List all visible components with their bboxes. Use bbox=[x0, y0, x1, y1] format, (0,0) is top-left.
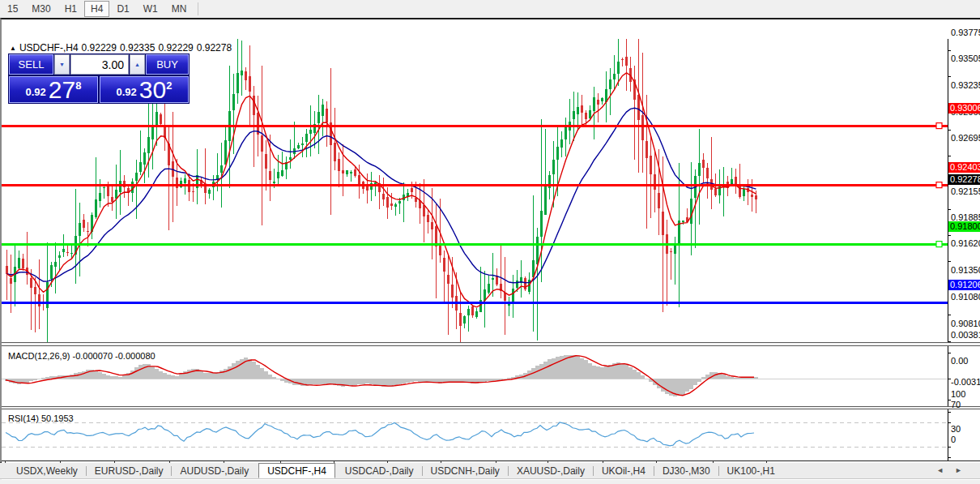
macd-label: MACD(12,26,9) -0.000070 -0.000080 bbox=[8, 351, 156, 361]
axis-tick-label: 0.93235 bbox=[951, 80, 980, 91]
chart-tab-uk100h1[interactable]: UK100-,H1 bbox=[719, 463, 783, 478]
rsi-label: RSI(14) 50.1953 bbox=[8, 413, 74, 423]
hline-price-label: 0.93006 bbox=[948, 103, 980, 114]
buy-button[interactable]: BUY bbox=[146, 54, 189, 75]
chart-tab-audusddaily[interactable]: AUDUSD-,Daily bbox=[172, 463, 257, 478]
axis-tick-label: 0.00 bbox=[951, 356, 980, 366]
tab-scroll-right-icon[interactable]: ► bbox=[955, 466, 974, 474]
buy-price-big: 30 bbox=[139, 79, 166, 102]
volume-input[interactable] bbox=[70, 54, 129, 75]
buy-price-display[interactable]: 0.92 30 2 bbox=[100, 76, 189, 103]
chart-window: ▲USDCHF-,H40.922290.923350.922290.92278 … bbox=[0, 18, 980, 463]
one-click-trading-panel: SELL ▼ ▲ BUY 0.92 27 8 0.92 30 bbox=[8, 54, 190, 104]
sell-button[interactable]: SELL bbox=[9, 54, 53, 75]
ohlc-low: 0.92229 bbox=[158, 42, 193, 54]
ohlc-open: 0.92229 bbox=[82, 42, 117, 54]
axis-tick-label: 0.93775 bbox=[951, 28, 980, 38]
buy-price-pip: 2 bbox=[166, 79, 172, 92]
chart-tab-dj30m30[interactable]: DJ30-,M30 bbox=[654, 463, 718, 478]
hline-price-label: 0.91800 bbox=[948, 221, 980, 232]
toolbar-separator bbox=[198, 2, 198, 15]
chart-tab-bar: USDX,WeeklyEURUSD-,DailyAUDUSD-,DailyUSD… bbox=[0, 463, 980, 479]
timeframe-button-d1[interactable]: D1 bbox=[110, 1, 135, 17]
axis-tick-label: 0.00381 bbox=[951, 330, 980, 341]
axis-tick-label: 100 bbox=[951, 389, 980, 400]
chart-tab-eurusddaily[interactable]: EURUSD-,Daily bbox=[87, 463, 172, 478]
axis-tick-label: 0.92155 bbox=[951, 186, 980, 197]
axis-tick-label: 0.90810 bbox=[951, 319, 980, 329]
sell-price-prefix: 0.92 bbox=[26, 86, 46, 98]
chart-tab-xauusddaily[interactable]: XAUUSD-,Daily bbox=[509, 463, 593, 478]
chart-tab-usdcaddaily[interactable]: USDCAD-,Daily bbox=[337, 463, 422, 478]
symbol-label: USDCHF-,H4 bbox=[19, 42, 79, 54]
axis-tick-label: 0 bbox=[951, 435, 980, 445]
axis-tick-label: 30 bbox=[951, 424, 980, 435]
chart-tab-usdxweekly[interactable]: USDX,Weekly bbox=[8, 463, 86, 478]
timeframe-button-15[interactable]: 15 bbox=[1, 1, 24, 17]
hline-price-label: 0.92403 bbox=[948, 162, 980, 173]
chevron-down-icon: ▼ bbox=[59, 62, 65, 67]
timeframe-button-mn[interactable]: MN bbox=[165, 1, 194, 17]
chart-header: ▲USDCHF-,H40.922290.923350.922290.92278 bbox=[10, 42, 235, 54]
chart-tab-ukoilh4[interactable]: UKOil-,H4 bbox=[594, 463, 654, 478]
current-price-label: 0.92278 bbox=[948, 174, 980, 185]
hline-price-label: 0.91206 bbox=[948, 280, 980, 290]
buy-price-prefix: 0.92 bbox=[117, 86, 137, 98]
rsi-indicator-canvas[interactable] bbox=[2, 409, 980, 460]
sell-price-pip: 8 bbox=[75, 79, 81, 92]
status-strip bbox=[0, 480, 980, 484]
trading-app: 15M30H1H4D1W1MN ▲USDCHF-,H40.922290.9233… bbox=[0, 0, 980, 484]
axis-tick-label: 70 bbox=[951, 400, 980, 410]
ohlc-high: 0.92335 bbox=[120, 42, 155, 54]
timeframe-button-h1[interactable]: H1 bbox=[58, 1, 83, 17]
chart-tab-usdcnhdaily[interactable]: USDCNH-,Daily bbox=[423, 463, 508, 478]
timeframe-toolbar: 15M30H1H4D1W1MN bbox=[0, 0, 980, 18]
collapse-panel-icon[interactable]: ▲ bbox=[10, 45, 16, 52]
volume-decrease-button[interactable]: ▼ bbox=[54, 54, 70, 75]
volume-increase-button[interactable]: ▲ bbox=[130, 54, 145, 75]
axis-tick-label: 0.91350 bbox=[951, 265, 980, 276]
axis-tick-label: 0.93505 bbox=[951, 54, 980, 64]
sell-price-display[interactable]: 0.92 27 8 bbox=[9, 76, 98, 103]
sell-price-big: 27 bbox=[49, 79, 75, 102]
axis-tick-label: 0.91620 bbox=[951, 238, 980, 249]
tab-scroll-left-icon[interactable]: ◄ bbox=[936, 466, 955, 474]
axis-tick-label: -0.00311 bbox=[951, 377, 980, 388]
timeframe-button-h4[interactable]: H4 bbox=[84, 1, 109, 17]
ohlc-close: 0.92278 bbox=[197, 42, 232, 54]
axis-tick-label: 0.92695 bbox=[951, 133, 980, 143]
axis-tick-label: 0.91080 bbox=[951, 292, 980, 302]
chevron-up-icon: ▲ bbox=[134, 62, 140, 67]
tab-scroll-arrows[interactable]: ◄► bbox=[936, 466, 974, 474]
chart-tab-usdchfh4[interactable]: USDCHF-,H4 bbox=[258, 463, 335, 478]
timeframe-button-w1[interactable]: W1 bbox=[137, 1, 164, 17]
timeframe-button-m30[interactable]: M30 bbox=[25, 1, 57, 17]
